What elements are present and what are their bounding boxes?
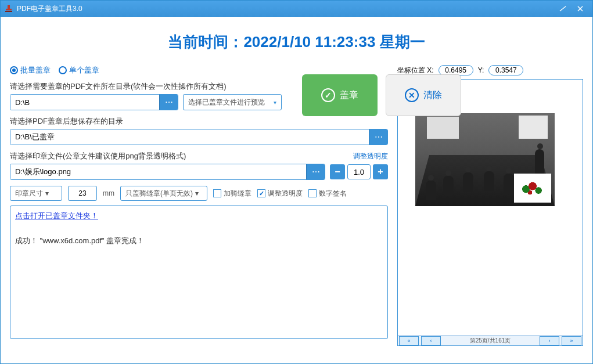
clear-button[interactable]: ✕ 清除 [386,74,461,116]
opacity-minus-button[interactable]: − [330,164,345,179]
last-page-button[interactable]: » [562,336,581,345]
stamp-overlay [514,174,551,203]
coord-y-label: Y: [478,66,484,74]
log-area: 点击打开已盖章文件夹！ 成功！ "www.x6d.com.pdf" 盖章完成！ [10,206,388,339]
dest-dir-label: 请选择PDF盖章后想保存在的目录 [10,116,388,127]
stamp-button[interactable]: ✓ 盖章 [302,74,378,116]
src-dir-input-group: ⋯ [10,94,178,110]
coord-x-label: 坐标位置 X: [397,66,434,75]
radio-unchecked-icon [59,66,67,74]
x-circle-icon: ✕ [405,88,419,102]
close-button[interactable] [572,3,589,15]
next-page-button[interactable]: › [540,336,559,345]
first-page-button[interactable]: « [399,336,419,345]
src-dir-browse-button[interactable]: ⋯ [159,95,178,110]
minimize-button[interactable] [554,3,572,15]
datetime-display: 当前时间：2022/1/10 11:23:33 星期一 [10,32,583,52]
coord-y-value[interactable]: 0.3547 [488,65,523,75]
chevron-down-icon: ▾ [274,99,276,106]
stamp-size-select[interactable]: 印章尺寸 ▾ [10,186,62,201]
preview-page-image [415,113,555,206]
open-folder-link[interactable]: 点击打开已盖章文件夹！ [15,211,98,221]
svg-rect-1 [6,9,12,10]
stamp-file-input-group: ⋯ [10,164,325,180]
svg-rect-2 [5,11,12,12]
stamp-file-input[interactable] [10,164,306,179]
batch-mode-radio[interactable]: 批量盖章 [10,65,51,75]
log-message: 成功！ "www.x6d.com.pdf" 盖章完成！ [15,236,144,245]
dest-dir-input-group: ⋯ [10,129,388,145]
prev-page-button[interactable]: ‹ [421,336,441,345]
adjust-opacity-checkbox[interactable]: 调整透明度 [257,189,303,199]
add-perforation-checkbox[interactable]: 加骑缝章 [213,189,251,199]
radio-checked-icon [10,66,18,74]
checkbox-icon [308,189,317,197]
dest-dir-input[interactable] [10,129,369,145]
adjust-opacity-link[interactable]: 调整透明度 [353,152,388,161]
pager: « ‹ 第25页/共161页 › » [398,335,583,345]
page-info: 第25页/共161页 [442,337,538,345]
stamp-size-input[interactable] [68,186,97,201]
stamp-file-browse-button[interactable]: ⋯ [306,164,325,179]
stamp-file-label: 请选择印章文件(公章文件建议使用png背景透明格式) [10,151,186,161]
digital-sign-checkbox[interactable]: 数字签名 [308,189,347,199]
stamp-app-icon [4,4,13,13]
checkbox-icon [213,189,221,197]
check-circle-icon: ✓ [321,88,335,102]
opacity-value[interactable]: 1.0 [347,164,371,179]
svg-rect-0 [8,5,10,9]
preview-pane[interactable]: « ‹ 第25页/共161页 › » [397,79,583,346]
preview-file-select[interactable]: 选择已盖章文件进行预览 ▾ [183,94,282,110]
single-mode-radio[interactable]: 单个盖章 [59,65,99,75]
mm-unit: mm [103,189,114,197]
app-title: PDF电子盖章工具3.0 [17,4,82,14]
dest-dir-browse-button[interactable]: ⋯ [369,129,387,145]
perforation-mode-select[interactable]: 只盖骑缝章(单页无效) ▾ [120,186,207,201]
src-dir-input[interactable] [10,95,159,110]
titlebar: PDF电子盖章工具3.0 [1,1,592,17]
chevron-down-icon: ▾ [45,189,49,197]
chevron-down-icon: ▾ [195,189,199,197]
opacity-plus-button[interactable]: + [373,164,388,179]
checkbox-checked-icon [257,189,265,197]
